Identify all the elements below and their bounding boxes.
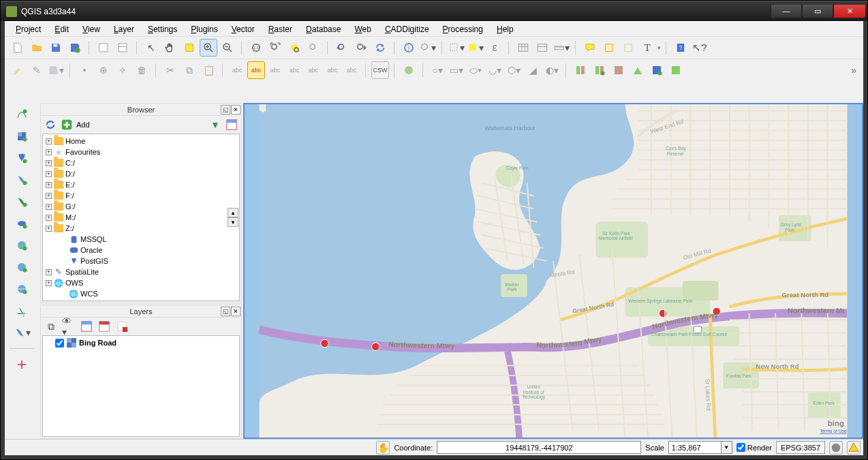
processing-toolbox-button[interactable] (400, 61, 418, 79)
menu-plugins[interactable]: Plugins (185, 23, 223, 35)
browser-item-m[interactable]: +M:/ (44, 212, 238, 223)
menu-project[interactable]: Project (10, 23, 46, 35)
pointer-tool[interactable]: ↖ (142, 39, 160, 57)
browser-item-d[interactable]: +D:/ (44, 168, 238, 179)
layer-visibility-checkbox[interactable] (55, 339, 64, 348)
expand-icon[interactable]: + (46, 215, 52, 221)
maximize-button[interactable]: ▭ (802, 5, 833, 18)
identify-dropdown[interactable]: ▾ (419, 39, 437, 57)
expand-icon[interactable]: + (46, 204, 52, 210)
browser-item-home[interactable]: +Home (44, 136, 238, 147)
add-spatialite-layer-button[interactable] (12, 171, 32, 189)
zoom-to-selection-button[interactable] (285, 39, 303, 57)
layers-panel-title[interactable]: Layers ◱ ✕ (41, 305, 241, 318)
browser-tree[interactable]: ▲ ▼ +Home+★Favourites+C:/+D:/+E:/+F:/+G:… (42, 134, 240, 301)
crs-transform-button[interactable] (829, 441, 843, 455)
pan-to-selection-button[interactable] (181, 39, 198, 57)
label-tool-abc2[interactable]: abc (247, 61, 265, 79)
menu-web[interactable]: Web (349, 23, 376, 35)
browser-item-c[interactable]: +C:/ (44, 157, 238, 168)
plugin-button-6[interactable] (667, 61, 685, 79)
identify-tool[interactable]: i (400, 39, 418, 57)
layers-tree[interactable]: Bing Road (42, 335, 240, 437)
refresh-button[interactable] (371, 39, 389, 57)
minimize-button[interactable]: — (771, 5, 802, 18)
attribute-table-button[interactable] (514, 39, 532, 57)
expand-icon[interactable]: + (46, 149, 52, 155)
expand-icon[interactable]: + (46, 160, 52, 166)
browser-item-spatialite[interactable]: +✎SpatiaLite (44, 266, 238, 277)
zoom-to-layer-button[interactable] (305, 39, 322, 57)
toggle-editing-button[interactable] (9, 61, 27, 79)
new-composer-button[interactable] (95, 39, 112, 57)
layers-close-button[interactable]: ✕ (231, 307, 241, 316)
menu-vector[interactable]: Vector (226, 23, 260, 35)
map-terms-link[interactable]: Terms of Use (820, 429, 847, 433)
gps-button[interactable] (12, 356, 32, 373)
save-as-button[interactable] (66, 39, 84, 57)
browser-item-e[interactable]: +E:/ (44, 179, 238, 190)
browser-item-mssql[interactable]: MSSQL (44, 234, 238, 245)
expand-icon[interactable]: + (46, 226, 52, 232)
csw-button[interactable]: CSW (371, 61, 389, 79)
scale-dropdown-button[interactable]: ▼ (722, 441, 732, 454)
pan-tool[interactable] (161, 39, 179, 57)
topology-checker-button[interactable] (12, 378, 32, 395)
measure-tool[interactable]: ▾ (553, 39, 570, 57)
bookmark-button[interactable] (600, 39, 618, 57)
add-wms-layer-button[interactable] (12, 236, 32, 254)
messages-button[interactable] (847, 441, 861, 455)
browser-panel-title[interactable]: Browser ◱ ✕ (41, 104, 241, 116)
expand-icon[interactable]: + (46, 193, 52, 199)
titlebar[interactable]: QGIS a3d3a44 — ▭ ✕ (1, 1, 867, 21)
menu-processing[interactable]: Processing (437, 23, 489, 35)
menu-help[interactable]: Help (491, 23, 519, 35)
zoom-full-button[interactable] (266, 39, 284, 57)
layers-undock-button[interactable]: ◱ (221, 307, 230, 316)
add-raster-layer-button[interactable] (12, 127, 32, 145)
expand-icon[interactable]: + (46, 269, 52, 275)
browser-scroll[interactable]: ▲ ▼ (228, 208, 238, 227)
expand-icon[interactable]: + (46, 171, 52, 177)
browser-refresh-button[interactable] (44, 118, 57, 132)
scroll-up-button[interactable]: ▲ (228, 208, 238, 217)
zoom-next-button[interactable] (352, 39, 370, 57)
new-shapefile-button[interactable]: ▾ (12, 324, 32, 341)
browser-item-g[interactable]: +G:/ (44, 201, 238, 212)
menu-caddigitize[interactable]: CADDigitize (379, 23, 435, 35)
render-checkbox[interactable]: Render (737, 443, 772, 452)
browser-add-button[interactable] (60, 118, 74, 132)
menu-layer[interactable]: Layer (108, 23, 140, 35)
plugin-button-3[interactable] (610, 61, 627, 79)
save-button[interactable] (47, 39, 65, 57)
add-wfs-layer-button[interactable] (12, 280, 32, 298)
plugin-button-2[interactable] (591, 61, 608, 79)
browser-close-button[interactable]: ✕ (231, 105, 241, 114)
browser-item-ows[interactable]: +🌐OWS (44, 277, 238, 288)
scale-input[interactable] (668, 441, 722, 454)
field-calculator-button[interactable] (533, 39, 551, 57)
browser-collapse-button[interactable] (225, 118, 238, 132)
whats-this-button[interactable]: ↖? (691, 39, 709, 57)
open-project-button[interactable] (28, 39, 46, 57)
new-project-button[interactable] (9, 39, 27, 57)
add-csv-layer-button[interactable]: ܓ (12, 302, 32, 320)
map-tips-button[interactable] (581, 39, 599, 57)
select-by-expression-button[interactable]: ▾ (467, 39, 484, 57)
browser-item-favourites[interactable]: +★Favourites (44, 147, 238, 157)
bookmark2-button[interactable] (619, 39, 637, 57)
scale-combobox[interactable]: ▼ (668, 441, 732, 454)
composer-manager-button[interactable] (114, 39, 131, 57)
deselect-button[interactable]: ε (486, 39, 503, 57)
menu-settings[interactable]: Settings (142, 23, 183, 35)
select-tool[interactable]: ▾ (448, 39, 465, 57)
layers-remove-button[interactable] (114, 319, 129, 334)
layers-expand-button[interactable] (97, 319, 112, 334)
layers-visibility-button[interactable]: 👁▾ (61, 319, 76, 334)
browser-item-z[interactable]: +Z:/ (44, 223, 238, 234)
plugin-button-1[interactable] (572, 61, 589, 79)
add-vector-layer-button[interactable] (12, 106, 32, 123)
close-button[interactable]: ✕ (833, 5, 866, 18)
browser-item-postgis[interactable]: PostGIS (44, 256, 238, 266)
expand-icon[interactable]: + (46, 138, 52, 144)
